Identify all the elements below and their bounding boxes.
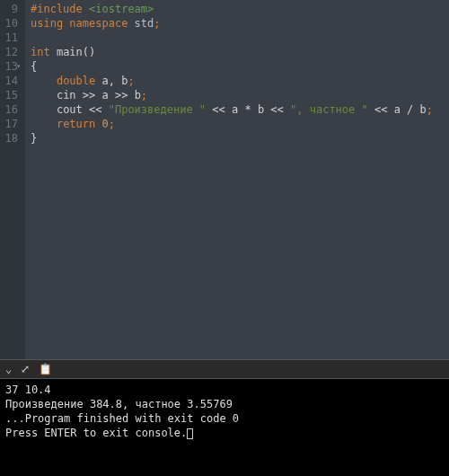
console-toolbar: ⌄ ⤢ 📋 — [0, 359, 449, 379]
collapse-icon[interactable]: ⌄ — [5, 363, 12, 375]
copy-icon[interactable]: 📋 — [39, 363, 52, 375]
code-line[interactable]: { — [31, 59, 444, 74]
line-number-gutter: 9101112131415161718 — [0, 0, 25, 359]
code-line[interactable]: #include <iostream> — [31, 2, 444, 16]
line-number: 12 — [4, 45, 18, 59]
console-line: 37 10.4 — [5, 383, 444, 397]
code-line[interactable] — [31, 31, 444, 45]
expand-icon[interactable]: ⤢ — [21, 363, 30, 375]
code-line[interactable]: cout << "Произведение " << a * b << ", ч… — [31, 102, 444, 117]
code-line[interactable]: int main() — [31, 45, 444, 59]
code-editor[interactable]: 9101112131415161718 #include <iostream>u… — [0, 0, 449, 359]
cursor-icon — [187, 428, 193, 439]
code-line[interactable]: double a, b; — [31, 74, 444, 88]
console-output[interactable]: 37 10.4Произведение 384.8, частное 3.557… — [0, 379, 449, 476]
line-number: 11 — [4, 31, 18, 45]
line-number: 16 — [4, 102, 18, 117]
line-number: 15 — [4, 88, 18, 102]
line-number: 17 — [4, 117, 18, 131]
code-line[interactable]: return 0; — [31, 117, 444, 131]
line-number: 9 — [4, 2, 18, 16]
console-line: Произведение 384.8, частное 3.55769 — [5, 397, 444, 411]
console-line: ...Program finished with exit code 0 — [5, 411, 444, 426]
line-number: 10 — [4, 16, 18, 31]
console-line: Press ENTER to exit console. — [5, 426, 444, 440]
code-line[interactable]: using namespace std; — [31, 16, 444, 31]
code-line[interactable]: cin >> a >> b; — [31, 88, 444, 102]
line-number: 13 — [4, 59, 18, 74]
line-number: 18 — [4, 131, 18, 145]
code-area[interactable]: #include <iostream>using namespace std;i… — [25, 0, 449, 359]
line-number: 14 — [4, 74, 18, 88]
code-line[interactable]: } — [31, 131, 444, 145]
